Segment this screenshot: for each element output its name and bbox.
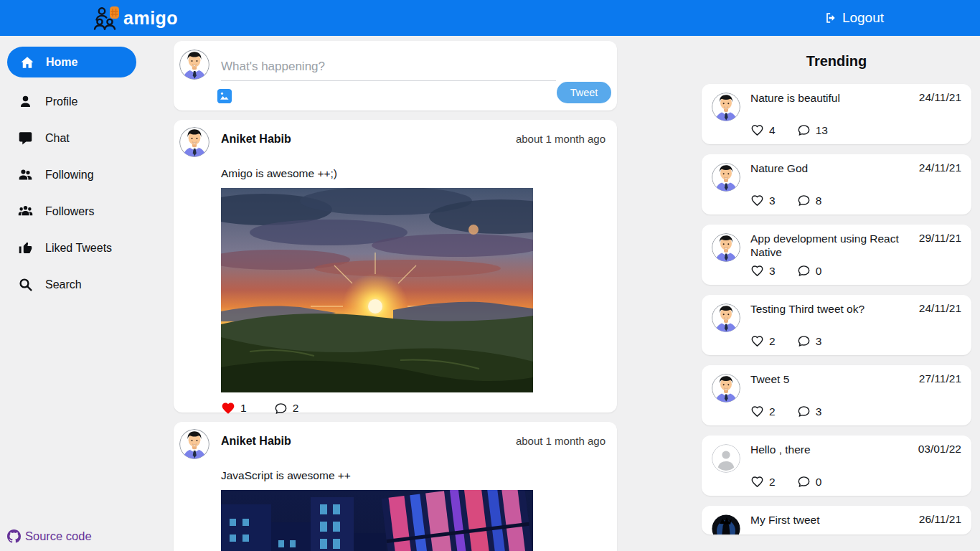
- app-title: amigo: [123, 8, 178, 29]
- trending-tweet-date: 24/11/21: [919, 302, 961, 316]
- comment-button[interactable]: 8: [797, 194, 822, 207]
- compose-tweet-card: Tweet: [174, 41, 617, 110]
- trending-item[interactable]: Nature God 24/11/21 3 8: [702, 154, 971, 215]
- like-count: 2: [769, 476, 776, 489]
- like-button[interactable]: 2: [750, 405, 776, 418]
- comment-icon: [797, 405, 811, 418]
- tweet-text: JavaScript is awesome ++: [221, 469, 606, 482]
- source-code-link[interactable]: Source code: [7, 529, 92, 543]
- sidebar-item-label: Chat: [45, 132, 70, 145]
- comment-count: 3: [816, 335, 822, 348]
- comment-icon: [797, 334, 811, 348]
- trending-item[interactable]: Testing Third tweet ok? 24/11/21 2 3: [702, 295, 971, 355]
- comment-count: 8: [816, 194, 822, 207]
- like-count: 2: [769, 335, 776, 348]
- sidebar-item-search[interactable]: Search: [0, 266, 172, 303]
- trending-tweet-date: 26/11/21: [919, 513, 961, 527]
- avatar: [179, 50, 209, 80]
- tweet-button[interactable]: Tweet: [557, 82, 611, 103]
- trending-column: Trending Nature is beautiful 24/11/21 4 …: [702, 36, 971, 534]
- heart-outline-icon: [750, 264, 764, 278]
- heart-outline-icon: [750, 334, 764, 348]
- sidebar-item-chat[interactable]: Chat: [0, 120, 172, 156]
- trending-item[interactable]: Tweet 5 27/11/21 2 3: [702, 365, 971, 425]
- app-logo[interactable]: amigo: [93, 6, 178, 30]
- user-icon: [18, 94, 33, 109]
- home-icon: [20, 55, 34, 70]
- sidebar-item-label: Profile: [45, 95, 77, 108]
- sidebar-item-home[interactable]: Home: [7, 47, 136, 77]
- github-icon: [7, 529, 21, 543]
- amigo-logo-icon: [93, 6, 122, 30]
- logout-icon: [824, 11, 838, 25]
- add-image-icon[interactable]: [217, 88, 232, 104]
- tweet-meta: Aniket Habib about 1 month ago: [221, 133, 606, 146]
- like-button[interactable]: 2: [750, 334, 776, 348]
- comment-count: 3: [816, 405, 822, 418]
- tweet-timestamp: about 1 month ago: [516, 435, 606, 447]
- avatar[interactable]: [179, 127, 209, 157]
- logout-label: Logout: [842, 10, 884, 26]
- like-count: 1: [240, 402, 247, 415]
- sidebar-item-followers[interactable]: Followers: [0, 193, 172, 230]
- comment-button[interactable]: 0: [797, 475, 822, 489]
- trending-tweet-text: Tweet 5: [750, 372, 919, 386]
- trending-tweet-text: My First tweet: [750, 513, 919, 527]
- tweet-text: Amigo is awesome ++;): [221, 167, 606, 180]
- comment-count: 13: [816, 124, 828, 137]
- thumb-up-icon: [18, 240, 33, 255]
- comment-button[interactable]: 13: [797, 123, 828, 137]
- like-button[interactable]: 3: [750, 194, 776, 207]
- sidebar-item-liked-tweets[interactable]: Liked Tweets: [0, 230, 172, 266]
- tweet-author: Aniket Habib: [221, 133, 516, 146]
- logout-button[interactable]: Logout: [824, 10, 884, 26]
- trending-tweet-date: 24/11/21: [919, 91, 961, 105]
- top-navbar: amigo Logout: [0, 0, 980, 36]
- trending-tweet-date: 29/11/21: [919, 232, 961, 260]
- tweet-timestamp: about 1 month ago: [516, 133, 606, 145]
- users-icon: [18, 167, 33, 182]
- sidebar-item-profile[interactable]: Profile: [0, 83, 172, 120]
- comment-button[interactable]: 3: [797, 405, 822, 418]
- comment-button[interactable]: 0: [797, 264, 822, 278]
- sidebar-item-label: Following: [45, 169, 94, 182]
- comment-icon: [797, 123, 811, 137]
- avatar: [712, 233, 740, 262]
- like-button[interactable]: 3: [750, 264, 776, 278]
- tweet-input[interactable]: [221, 52, 556, 81]
- trending-item[interactable]: My First tweet 26/11/21: [702, 506, 971, 534]
- avatar: [712, 93, 740, 121]
- like-button[interactable]: 1: [221, 401, 247, 415]
- comment-button[interactable]: 2: [274, 402, 299, 415]
- like-count: 3: [769, 265, 776, 278]
- avatar: [712, 444, 740, 473]
- comment-icon: [797, 475, 811, 489]
- trending-tweet-text: Hello , there: [750, 443, 918, 456]
- comment-button[interactable]: 3: [797, 334, 822, 348]
- avatar[interactable]: [179, 429, 209, 459]
- trending-tweet-date: 03/01/22: [918, 443, 961, 456]
- trending-item[interactable]: App development using React Native 29/11…: [702, 225, 971, 285]
- trending-tweet-text: Nature God: [750, 161, 919, 175]
- avatar: [712, 374, 740, 402]
- tweet-actions: 1 2: [221, 401, 606, 415]
- comment-icon: [797, 194, 811, 207]
- trending-tweet-date: 24/11/21: [919, 161, 961, 175]
- like-button[interactable]: 2: [750, 475, 776, 489]
- left-sidebar: Home Profile Chat Following Followers Li…: [0, 36, 172, 551]
- comment-count: 2: [293, 402, 299, 415]
- sidebar-item-following[interactable]: Following: [0, 156, 172, 193]
- heart-outline-icon: [750, 475, 764, 489]
- avatar: [712, 163, 740, 192]
- tweet-author: Aniket Habib: [221, 435, 516, 448]
- comment-icon: [274, 402, 288, 415]
- trending-item[interactable]: Nature is beautiful 24/11/21 4 13: [702, 84, 971, 144]
- comment-count: 0: [816, 265, 822, 278]
- like-count: 4: [769, 124, 776, 137]
- search-icon: [18, 277, 33, 292]
- users-group-icon: [18, 204, 33, 219]
- trending-item[interactable]: Hello , there 03/01/22 2 0: [702, 435, 971, 496]
- tweet-image-sunset: [221, 188, 533, 392]
- like-button[interactable]: 4: [750, 123, 776, 137]
- avatar: [712, 514, 740, 534]
